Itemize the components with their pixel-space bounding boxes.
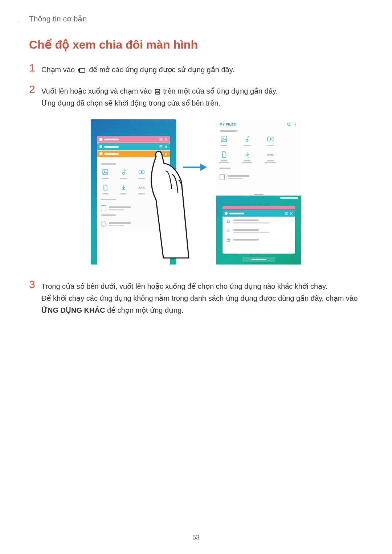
- step-body: Trong cửa sổ bên dưới, vuốt lên hoặc xuố…: [41, 279, 363, 316]
- settings-row: [222, 217, 295, 226]
- arrow-right-icon: [182, 162, 208, 174]
- svg-rect-24: [285, 212, 287, 213]
- close-all-button: [242, 257, 275, 262]
- svg-rect-20: [221, 136, 226, 141]
- svg-rect-5: [160, 140, 162, 141]
- step-body: Chạm vào để mở các ứng dụng được sử dụng…: [41, 62, 234, 76]
- images-tile-icon: [220, 135, 228, 143]
- page-title: Chế độ xem chia đôi màn hình: [29, 38, 363, 52]
- steps-list: 1 Chạm vào để mở các ứng dụng được sử dụ…: [29, 62, 363, 109]
- card-header: [222, 210, 295, 217]
- tile-label: [101, 193, 110, 194]
- app-title-placeholder: [104, 146, 119, 148]
- svg-rect-1: [78, 69, 79, 71]
- tile-label: [119, 193, 128, 194]
- search-icon: [287, 122, 291, 127]
- close-icon: [164, 138, 168, 141]
- close-icon: [164, 145, 168, 148]
- step-number: 2: [29, 84, 41, 95]
- svg-rect-26: [227, 239, 230, 242]
- files-app-title: MY FILES: [220, 123, 236, 126]
- tile-label: [266, 160, 275, 163]
- storage-icon: [101, 205, 106, 211]
- step-text: để chọn một ứng dụng.: [105, 306, 184, 314]
- svg-point-21: [222, 138, 224, 139]
- section-label: [101, 214, 116, 216]
- svg-point-11: [104, 171, 105, 172]
- svg-line-16: [290, 125, 291, 126]
- app-icon: [99, 145, 102, 148]
- tile-label: [243, 145, 252, 146]
- step-text: trên một cửa sổ ứng dụng gần đây.: [163, 87, 278, 95]
- tile-label: [243, 160, 252, 163]
- tile-label: [137, 178, 146, 179]
- svg-rect-10: [103, 169, 108, 175]
- audio-tile-icon: [243, 135, 252, 143]
- app-icon: [225, 212, 228, 215]
- close-all-bar: [216, 254, 301, 264]
- app-title-placeholder: [104, 153, 119, 155]
- svg-rect-23: [268, 137, 273, 141]
- files-app-top-pane: MY FILES: [216, 119, 301, 193]
- step-3: 3 Trong cửa sổ bên dưới, vuốt lên hoặc x…: [29, 279, 363, 316]
- audio-tile-icon: [119, 168, 128, 176]
- svg-point-19: [295, 126, 296, 126]
- tile-label: [101, 178, 110, 179]
- tile-label: [266, 145, 275, 146]
- sound-icon: [226, 229, 230, 233]
- images-tile-icon: [101, 168, 110, 176]
- video-tile-icon: [137, 168, 146, 176]
- card-header: [97, 136, 170, 143]
- tile-label: [137, 193, 146, 194]
- split-screen-icon: [285, 212, 288, 215]
- close-all-button: [117, 257, 150, 262]
- document-page: Thông tin cơ bản Chế độ xem chia đôi màn…: [0, 0, 392, 554]
- list-item: [220, 172, 298, 182]
- svg-rect-13: [139, 170, 144, 174]
- tile-label: [220, 145, 228, 146]
- recent-card-settings: [222, 210, 295, 254]
- section-label: [101, 163, 116, 165]
- split-screen-icon: [159, 145, 163, 148]
- settings-row: [222, 226, 295, 235]
- downloads-tile-icon: [119, 183, 128, 192]
- step-text-strong: ỨNG DỤNG KHÁC: [41, 306, 105, 314]
- section-label: [220, 168, 230, 169]
- app-title-placeholder: [229, 213, 244, 214]
- more-apps-label: [280, 197, 298, 199]
- svg-point-22: [246, 140, 248, 142]
- step-number: 1: [29, 62, 41, 73]
- bottom-pane-recents: [216, 196, 301, 264]
- apk-tile: APK: [137, 183, 146, 192]
- downloads-tile-icon: [243, 150, 252, 159]
- svg-rect-3: [155, 93, 160, 94]
- section-label: [101, 199, 116, 200]
- recent-card-peek: [222, 206, 295, 209]
- screen-right: MY FILES: [216, 119, 301, 264]
- storage-icon: [220, 174, 225, 180]
- docs-tile-icon: [220, 150, 228, 159]
- files-toolbar: MY FILES: [220, 122, 298, 127]
- tile-label: [119, 178, 128, 179]
- notifications-icon: [226, 238, 230, 242]
- apk-tile: APK: [266, 150, 275, 159]
- step-text: để mở các ứng dụng được sử dụng gần đây.: [89, 66, 234, 74]
- section-breadcrumb: Thông tin cơ bản: [29, 15, 363, 23]
- svg-rect-4: [160, 138, 162, 139]
- illustration: APK: [91, 119, 301, 264]
- svg-point-18: [295, 124, 296, 125]
- step-number: 3: [29, 279, 41, 290]
- drive-icon: [101, 221, 106, 227]
- split-screen-icon: [155, 89, 160, 95]
- step-text: Để khởi chạy các ứng dụng không nằm tron…: [41, 294, 358, 302]
- more-icon: [294, 122, 298, 127]
- step-text: Trong cửa sổ bên dưới, vuốt lên hoặc xuố…: [41, 282, 327, 290]
- app-title-placeholder: [104, 139, 119, 140]
- steps-list-continued: 3 Trong cửa sổ bên dưới, vuốt lên hoặc x…: [29, 279, 363, 316]
- step-text: Ứng dụng đã chọn sẽ khởi động trong cửa …: [41, 99, 220, 107]
- svg-rect-2: [155, 90, 160, 91]
- step-1: 1 Chạm vào để mở các ứng dụng được sử dụ…: [29, 62, 363, 76]
- step-text: Vuốt lên hoặc xuống và chạm vào: [41, 87, 154, 95]
- connections-icon: [226, 219, 230, 223]
- svg-rect-0: [79, 69, 85, 73]
